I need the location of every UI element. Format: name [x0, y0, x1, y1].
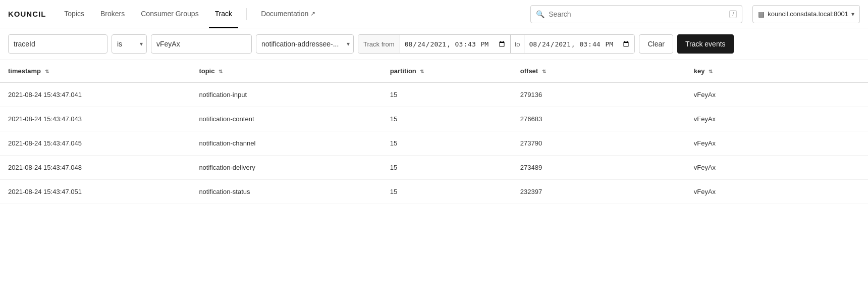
table-row[interactable]: 2021-08-24 15:43:47.045 notification-cha… — [0, 131, 868, 156]
cell-topic: notification-delivery — [191, 156, 382, 180]
search-bar: 🔍 / — [530, 5, 742, 23]
nav-topics[interactable]: Topics — [58, 0, 90, 28]
sort-icon-offset: ⇅ — [542, 69, 546, 74]
filter-operator-wrapper: is — [112, 34, 147, 54]
nav-divider — [246, 8, 247, 20]
cell-key: vFeyAx — [686, 156, 868, 180]
table-header: timestamp ⇅ topic ⇅ partition ⇅ offset ⇅… — [0, 60, 868, 82]
col-header-partition[interactable]: partition ⇅ — [382, 60, 512, 82]
sort-icon-topic: ⇅ — [219, 69, 223, 74]
cell-topic: notification-status — [191, 180, 382, 204]
nav-consumer-groups[interactable]: Consumer Groups — [135, 0, 204, 28]
topic-select[interactable]: notification-addressee-... — [256, 34, 354, 54]
table-body: 2021-08-24 15:43:47.041 notification-inp… — [0, 82, 868, 204]
track-from-label: Track from — [358, 35, 400, 53]
sort-icon-key: ⇅ — [709, 69, 713, 74]
cluster-chevron-icon: ▾ — [851, 11, 854, 18]
cell-timestamp: 2021-08-24 15:43:47.048 — [0, 156, 191, 180]
search-icon: 🔍 — [536, 10, 545, 18]
col-header-timestamp[interactable]: timestamp ⇅ — [0, 60, 191, 82]
cell-timestamp: 2021-08-24 15:43:47.051 — [0, 180, 191, 204]
track-to-input[interactable] — [524, 35, 634, 53]
datetime-range: Track from to — [358, 34, 635, 54]
track-events-button[interactable]: Track events — [677, 34, 734, 54]
app-logo: KOUNCIL — [8, 10, 46, 18]
cell-offset: 273790 — [512, 131, 686, 156]
cell-partition: 15 — [382, 82, 512, 107]
filter-operator-select[interactable]: is — [112, 34, 147, 54]
search-slash-badge: / — [729, 10, 737, 18]
sort-icon-partition: ⇅ — [420, 69, 424, 74]
cell-offset: 232397 — [512, 180, 686, 204]
cell-topic: notification-channel — [191, 131, 382, 156]
cell-key: vFeyAx — [686, 82, 868, 107]
cell-topic: notification-content — [191, 107, 382, 131]
cell-key: vFeyAx — [686, 131, 868, 156]
nav-documentation[interactable]: Documentation ↗ — [255, 0, 321, 28]
sort-icon-timestamp: ⇅ — [45, 69, 49, 74]
track-from-input[interactable] — [400, 35, 510, 53]
nav-brokers[interactable]: Brokers — [94, 0, 131, 28]
cell-key: vFeyAx — [686, 180, 868, 204]
clear-button[interactable]: Clear — [639, 34, 673, 54]
filter-bar: is notification-addressee-... Track from… — [0, 28, 868, 60]
cell-timestamp: 2021-08-24 15:43:47.041 — [0, 82, 191, 107]
nav-track[interactable]: Track — [209, 0, 238, 28]
cluster-icon: ▤ — [758, 10, 765, 18]
filter-field-input[interactable] — [8, 34, 107, 54]
table-row[interactable]: 2021-08-24 15:43:47.048 notification-del… — [0, 156, 868, 180]
events-table-container: timestamp ⇅ topic ⇅ partition ⇅ offset ⇅… — [0, 60, 868, 204]
cluster-name: kouncil.consdata.local:8001 — [768, 10, 848, 18]
search-input[interactable] — [549, 10, 725, 18]
cell-timestamp: 2021-08-24 15:43:47.043 — [0, 107, 191, 131]
cell-offset: 276683 — [512, 107, 686, 131]
cell-partition: 15 — [382, 107, 512, 131]
table-row[interactable]: 2021-08-24 15:43:47.051 notification-sta… — [0, 180, 868, 204]
to-label: to — [510, 35, 525, 53]
cell-partition: 15 — [382, 156, 512, 180]
cell-offset: 279136 — [512, 82, 686, 107]
topic-select-wrapper: notification-addressee-... — [256, 34, 354, 54]
table-row[interactable]: 2021-08-24 15:43:47.041 notification-inp… — [0, 82, 868, 107]
cell-key: vFeyAx — [686, 107, 868, 131]
cell-partition: 15 — [382, 180, 512, 204]
cell-topic: notification-input — [191, 82, 382, 107]
cell-partition: 15 — [382, 131, 512, 156]
events-table: timestamp ⇅ topic ⇅ partition ⇅ offset ⇅… — [0, 60, 868, 204]
external-link-icon: ↗ — [310, 10, 315, 17]
col-header-key[interactable]: key ⇅ — [686, 60, 868, 82]
cluster-selector[interactable]: ▤ kouncil.consdata.local:8001 ▾ — [752, 5, 860, 23]
cell-timestamp: 2021-08-24 15:43:47.045 — [0, 131, 191, 156]
navbar: KOUNCIL Topics Brokers Consumer Groups T… — [0, 0, 868, 28]
col-header-offset[interactable]: offset ⇅ — [512, 60, 686, 82]
col-header-topic[interactable]: topic ⇅ — [191, 60, 382, 82]
table-row[interactable]: 2021-08-24 15:43:47.043 notification-con… — [0, 107, 868, 131]
filter-value-input[interactable] — [151, 34, 252, 54]
cell-offset: 273489 — [512, 156, 686, 180]
